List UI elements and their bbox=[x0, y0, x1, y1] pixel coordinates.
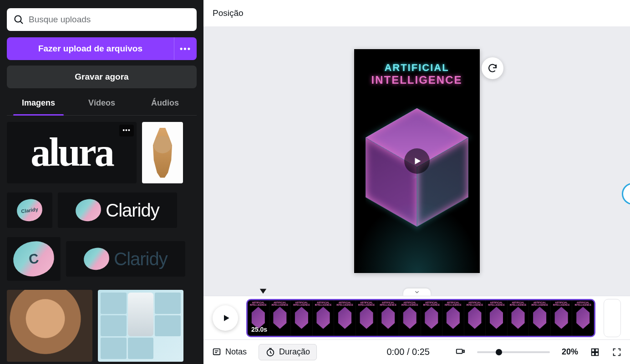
canvas-area[interactable]: ARTIFICIAL INTELLIGENCE bbox=[203, 26, 630, 296]
clip-frame bbox=[551, 300, 573, 336]
upload-thumb-alura[interactable]: alura ••• bbox=[7, 122, 137, 183]
position-button[interactable]: Posição bbox=[213, 8, 244, 18]
notes-icon bbox=[212, 347, 222, 357]
slider-handle[interactable] bbox=[496, 349, 502, 355]
chevron-down-icon bbox=[414, 289, 420, 295]
clip-frame bbox=[529, 300, 551, 336]
grid-view-icon[interactable] bbox=[590, 347, 600, 357]
svg-line-1 bbox=[20, 21, 23, 24]
svg-rect-11 bbox=[463, 350, 464, 353]
svg-point-2 bbox=[495, 65, 496, 66]
svg-point-0 bbox=[15, 16, 21, 22]
play-icon bbox=[222, 313, 231, 323]
time-counter: 0:00 / 0:25 bbox=[386, 347, 430, 357]
sparkle-refresh-icon bbox=[487, 63, 498, 74]
upload-thumb-person[interactable] bbox=[7, 290, 92, 362]
clip-frame bbox=[508, 300, 529, 336]
claridy-blob-icon: Claridy bbox=[15, 197, 44, 222]
search-input[interactable] bbox=[29, 15, 190, 25]
photo-placeholder bbox=[98, 290, 183, 362]
claridy-blob-icon bbox=[82, 246, 111, 271]
svg-line-8 bbox=[270, 352, 272, 353]
upload-thumb-claridy-badge[interactable]: Claridy bbox=[7, 192, 52, 228]
tab-videos[interactable]: Vídeos bbox=[70, 98, 133, 115]
timeline-clip[interactable]: 25.0s bbox=[246, 299, 595, 337]
upload-files-button[interactable]: Fazer upload de arquivos bbox=[7, 37, 174, 60]
svg-rect-3 bbox=[213, 349, 220, 354]
clip-frame bbox=[486, 300, 508, 336]
thumb-text: Claridy bbox=[114, 249, 167, 269]
zoom-value: 20% bbox=[562, 347, 578, 357]
clip-frame bbox=[356, 300, 378, 336]
record-now-button[interactable]: Gravar agora bbox=[7, 66, 197, 88]
design-frame[interactable]: ARTIFICIAL INTELLIGENCE bbox=[354, 49, 480, 273]
thumb-text: Claridy bbox=[106, 200, 159, 221]
more-icon: ••• bbox=[180, 44, 191, 54]
photo-placeholder bbox=[7, 290, 92, 362]
editor-topbar: Posição bbox=[203, 0, 630, 26]
clip-frame bbox=[464, 300, 486, 336]
svg-rect-10 bbox=[457, 349, 462, 353]
upload-thumb-claridy-logo-light[interactable]: Claridy bbox=[58, 192, 177, 228]
clip-frame bbox=[421, 300, 443, 336]
timeline-play-button[interactable] bbox=[213, 305, 238, 331]
search-icon bbox=[13, 14, 24, 25]
collapse-timeline-button[interactable] bbox=[403, 288, 431, 296]
zoom-slider[interactable] bbox=[477, 351, 550, 353]
svg-rect-14 bbox=[592, 352, 594, 355]
add-clip-button[interactable] bbox=[604, 299, 621, 337]
claridy-blob-icon bbox=[74, 197, 102, 222]
search-uploads[interactable] bbox=[7, 8, 197, 31]
clip-frame bbox=[313, 300, 335, 336]
preview-play-button[interactable] bbox=[404, 148, 430, 174]
clip-frame bbox=[334, 300, 356, 336]
clip-frame bbox=[572, 300, 594, 336]
upload-thumb-groot[interactable] bbox=[142, 122, 183, 183]
svg-rect-13 bbox=[595, 349, 598, 351]
notes-button[interactable]: Notas bbox=[212, 347, 247, 357]
uploads-tabs: Imagens Vídeos Áudios bbox=[7, 98, 197, 116]
upload-menu-button[interactable]: ••• bbox=[174, 37, 197, 60]
design-title: ARTIFICIAL INTELLIGENCE bbox=[354, 62, 480, 86]
clip-frame bbox=[269, 300, 291, 336]
clock-icon bbox=[265, 347, 275, 357]
uploads-panel: Fazer upload de arquivos ••• Gravar agor… bbox=[0, 0, 203, 364]
clip-frame bbox=[442, 300, 464, 336]
clip-duration-badge: 25.0s bbox=[251, 326, 267, 333]
groot-figure bbox=[149, 128, 176, 178]
claridy-blob-icon: C bbox=[11, 239, 56, 279]
thumb-more-button[interactable]: ••• bbox=[119, 125, 134, 136]
svg-rect-15 bbox=[595, 352, 598, 355]
thumb-text: alura bbox=[30, 136, 112, 168]
pages-view-icon[interactable] bbox=[455, 347, 465, 357]
editor-area: Posição ARTIFICIAL INTELLIGENCE bbox=[203, 0, 630, 364]
svg-rect-12 bbox=[592, 349, 594, 351]
help-button[interactable] bbox=[622, 183, 630, 205]
tab-images[interactable]: Imagens bbox=[7, 98, 70, 115]
tab-audios[interactable]: Áudios bbox=[133, 98, 197, 115]
duration-button[interactable]: Duração bbox=[259, 344, 317, 360]
timeline: 25.0s bbox=[203, 296, 630, 339]
regenerate-button[interactable] bbox=[482, 57, 503, 79]
clip-frame bbox=[377, 300, 399, 336]
fullscreen-icon[interactable] bbox=[612, 347, 622, 357]
clip-frame bbox=[399, 300, 421, 336]
uploads-list: alura ••• Claridy Claridy C bbox=[7, 122, 197, 364]
upload-thumb-claridy-logo-dark[interactable]: Claridy bbox=[66, 241, 185, 277]
bottom-bar: Notas Duração 0:00 / 0:25 20% bbox=[203, 339, 630, 364]
upload-thumb-claridy-c[interactable]: C bbox=[7, 237, 61, 281]
clip-frame bbox=[291, 300, 313, 336]
upload-thumb-ai-scene[interactable] bbox=[98, 290, 183, 362]
play-icon bbox=[412, 156, 422, 166]
